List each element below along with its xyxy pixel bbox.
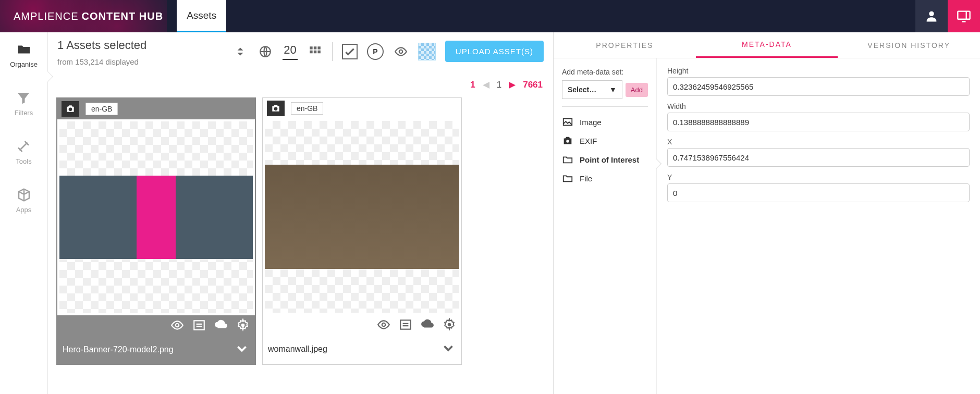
metadata-set-select[interactable]: Select… ▼ — [562, 80, 622, 99]
card-expand-button[interactable] — [234, 341, 250, 359]
chevron-down-icon — [440, 340, 456, 356]
rail-tools[interactable]: Tools — [16, 139, 31, 165]
asset-grid: en-GB Hero-Banner-720-model2.png — [48, 94, 553, 368]
field-label-y: Y — [667, 173, 970, 181]
svg-point-0 — [929, 11, 934, 16]
metadata-nav: Add meta-data set: Select… ▼ Add Image — [554, 58, 657, 394]
main: 1 Assets selected from 153,214 displayed… — [48, 32, 980, 394]
metadata-nav-file[interactable]: File — [562, 173, 648, 184]
card-preview-button[interactable] — [170, 318, 184, 334]
transparency-toggle[interactable] — [418, 43, 436, 60]
add-metadata-label: Add meta-data set: — [562, 68, 648, 76]
card-download-button[interactable] — [214, 318, 228, 334]
card-settings-button[interactable] — [236, 318, 250, 334]
pager-next[interactable]: ▶ — [509, 79, 516, 90]
eye-icon — [394, 45, 408, 58]
svg-point-19 — [566, 140, 569, 143]
svg-rect-12 — [194, 321, 204, 329]
asset-thumbnail[interactable] — [59, 121, 253, 313]
pager-page: 1 — [497, 80, 501, 90]
user-icon — [924, 9, 939, 23]
tab-properties[interactable]: PROPERTIES — [554, 32, 696, 58]
assets-toolbar: 1 Assets selected from 153,214 displayed… — [48, 32, 553, 79]
pager-total: 7661 — [523, 80, 543, 90]
gear-icon — [443, 318, 456, 331]
workspace-button[interactable] — [948, 0, 980, 32]
metadata-nav-image[interactable]: Image — [562, 116, 648, 128]
field-label-width: Width — [667, 102, 970, 110]
card-preview-button[interactable] — [377, 318, 390, 333]
sort-toggle[interactable] — [232, 44, 248, 59]
displayed-count: from 153,214 displayed — [57, 57, 146, 66]
rail-organise[interactable]: Organise — [10, 42, 38, 68]
field-input-x[interactable] — [667, 148, 970, 167]
page-size[interactable]: 20 — [283, 43, 297, 60]
asset-type-badge — [62, 101, 79, 117]
sort-icon — [234, 45, 247, 58]
camera-icon — [65, 104, 76, 114]
rail-filters[interactable]: Filters — [15, 90, 33, 117]
asset-card[interactable]: en-GB Hero-Banner-720-model2.png — [56, 97, 256, 365]
app-header: AMPLIENCE CONTENT HUB Assets — [0, 0, 980, 32]
card-expand-button[interactable] — [440, 340, 456, 358]
tab-version-history[interactable]: VERSION HISTORY — [838, 32, 980, 58]
assets-pane: 1 Assets selected from 153,214 displayed… — [48, 32, 554, 394]
inspector: PROPERTIES META-DATA VERSION HISTORY Add… — [554, 32, 980, 394]
preview-button[interactable] — [393, 44, 409, 59]
svg-point-15 — [382, 323, 386, 327]
field-label-height: Height — [667, 67, 970, 75]
upload-button[interactable]: UPLOAD ASSET(S) — [445, 41, 544, 62]
asset-card[interactable]: en-GB womanwall.jpeg — [262, 97, 462, 365]
tab-assets[interactable]: Assets — [177, 0, 226, 32]
camera-icon — [562, 135, 573, 146]
card-edit-button[interactable] — [399, 318, 412, 333]
card-settings-button[interactable] — [443, 318, 456, 333]
card-edit-button[interactable] — [192, 318, 206, 334]
tab-metadata[interactable]: META-DATA — [696, 32, 838, 58]
selection-count: 1 Assets selected — [57, 39, 146, 52]
field-input-width[interactable] — [667, 113, 970, 131]
select-all-button[interactable] — [342, 44, 358, 59]
svg-point-10 — [69, 108, 72, 112]
svg-rect-7 — [314, 50, 316, 53]
eye-icon — [377, 318, 390, 331]
eye-icon — [170, 318, 184, 332]
svg-rect-4 — [314, 46, 316, 49]
cloud-download-icon — [421, 318, 434, 331]
brand-bold: CONTENT HUB — [82, 10, 164, 22]
asset-filename: Hero-Banner-720-model2.png — [63, 345, 174, 354]
svg-rect-1 — [958, 11, 970, 19]
asset-type-badge — [267, 101, 285, 116]
metadata-nav-exif[interactable]: EXIF — [562, 135, 648, 146]
grid-icon — [308, 45, 322, 58]
field-input-height[interactable] — [667, 77, 970, 96]
svg-rect-16 — [400, 320, 411, 329]
locale-badge: en-GB — [85, 103, 118, 115]
grid-view-button[interactable] — [307, 44, 323, 59]
add-metadata-button[interactable]: Add — [626, 83, 648, 97]
cloud-download-icon — [214, 318, 228, 332]
user-menu-button[interactable] — [915, 0, 948, 32]
metadata-fields: Height Width X Y — [657, 58, 980, 211]
left-rail: Organise Filters Tools Apps — [0, 32, 48, 394]
pager: 1 ◀ 1 ▶ 7661 — [48, 79, 553, 94]
svg-point-17 — [448, 323, 451, 327]
asset-filename: womanwall.jpeg — [268, 344, 327, 354]
svg-rect-3 — [310, 46, 312, 49]
locale-badge: en-GB — [291, 102, 323, 115]
svg-point-13 — [241, 324, 245, 327]
field-input-y[interactable] — [667, 183, 970, 202]
gear-icon — [236, 318, 250, 332]
field-label-x: X — [667, 138, 970, 146]
tools-icon — [16, 139, 31, 154]
locale-button[interactable] — [258, 44, 273, 59]
publish-button[interactable]: P — [367, 43, 384, 60]
metadata-nav-poi[interactable]: Point of Interest — [562, 154, 648, 165]
svg-rect-6 — [310, 50, 312, 53]
sliders-icon — [399, 318, 412, 331]
asset-thumbnail[interactable] — [265, 121, 459, 313]
rail-apps[interactable]: Apps — [16, 187, 32, 214]
card-download-button[interactable] — [421, 318, 434, 333]
cube-icon — [16, 187, 32, 203]
pager-prev[interactable]: ◀ — [483, 79, 489, 90]
